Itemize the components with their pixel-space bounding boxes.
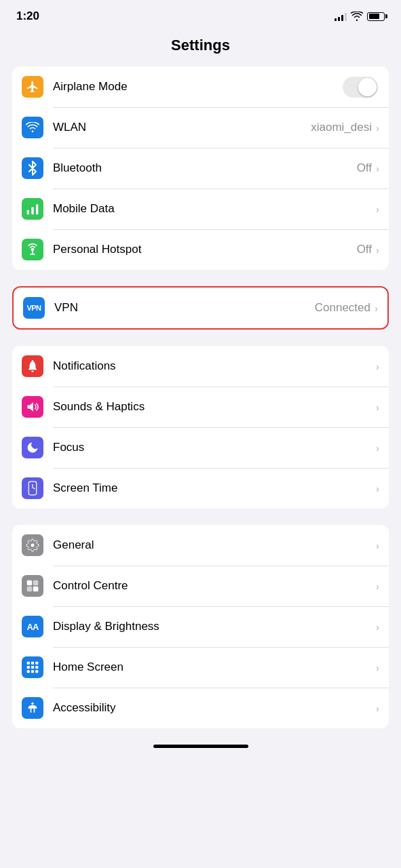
focus-chevron: ›	[376, 442, 379, 454]
wlan-icon	[22, 117, 43, 138]
accessibility-icon	[22, 697, 43, 719]
svg-rect-11	[33, 587, 39, 592]
notifications-row[interactable]: Notifications ›	[12, 346, 389, 387]
svg-rect-13	[31, 662, 34, 665]
notifications-chevron: ›	[376, 361, 379, 372]
signal-icon	[335, 12, 347, 21]
vpn-icon: VPN	[23, 297, 45, 319]
bluetooth-icon	[22, 157, 43, 179]
svg-rect-1	[31, 208, 33, 215]
svg-rect-17	[35, 666, 38, 669]
wlan-value: xiaomi_desi	[311, 121, 372, 134]
wlan-label: WLAN	[53, 121, 311, 134]
svg-point-4	[32, 360, 33, 361]
general-group: General › Control Centre › AA Display & …	[12, 525, 389, 728]
svg-rect-10	[27, 587, 33, 592]
wifi-icon	[351, 12, 363, 21]
svg-rect-2	[36, 204, 38, 214]
home-screen-label: Home Screen	[53, 660, 376, 674]
bluetooth-label: Bluetooth	[53, 161, 357, 175]
display-brightness-chevron: ›	[376, 621, 379, 633]
general-chevron: ›	[376, 540, 379, 551]
mobile-data-chevron: ›	[376, 203, 379, 215]
svg-rect-15	[27, 666, 30, 669]
personal-hotspot-row[interactable]: Personal Hotspot Off ›	[12, 229, 389, 270]
mobile-data-label: Mobile Data	[53, 202, 376, 216]
display-brightness-row[interactable]: AA Display & Brightness ›	[12, 606, 389, 647]
personal-hotspot-label: Personal Hotspot	[53, 243, 357, 256]
screen-time-row[interactable]: Screen Time ›	[12, 468, 389, 509]
control-centre-label: Control Centre	[53, 579, 376, 593]
svg-point-7	[31, 544, 35, 547]
home-screen-row[interactable]: Home Screen ›	[12, 647, 389, 688]
sounds-haptics-chevron: ›	[376, 401, 379, 413]
wlan-chevron: ›	[376, 122, 379, 134]
airplane-mode-toggle[interactable]	[343, 77, 378, 98]
svg-rect-14	[35, 662, 38, 665]
control-centre-row[interactable]: Control Centre ›	[12, 566, 389, 606]
sounds-haptics-label: Sounds & Haptics	[53, 400, 376, 414]
focus-icon	[22, 437, 43, 458]
screen-time-label: Screen Time	[53, 481, 376, 495]
page-title: Settings	[0, 28, 401, 66]
display-brightness-icon: AA	[22, 616, 43, 637]
toggle-knob	[358, 78, 377, 96]
vpn-highlighted-wrapper: VPN VPN Connected ›	[12, 286, 389, 330]
screen-time-chevron: ›	[376, 483, 379, 494]
focus-label: Focus	[53, 441, 376, 454]
screen-time-icon	[22, 477, 43, 499]
svg-rect-18	[27, 670, 30, 673]
home-indicator	[153, 745, 248, 748]
svg-rect-0	[27, 210, 29, 215]
svg-rect-16	[31, 666, 34, 669]
vpn-row[interactable]: VPN VPN Connected ›	[14, 288, 387, 328]
focus-row[interactable]: Focus ›	[12, 427, 389, 468]
bluetooth-row[interactable]: Bluetooth Off ›	[12, 148, 389, 189]
personal-hotspot-icon	[22, 239, 43, 260]
home-screen-chevron: ›	[376, 662, 379, 673]
general-label: General	[53, 538, 376, 552]
svg-rect-9	[33, 580, 39, 586]
sounds-haptics-row[interactable]: Sounds & Haptics ›	[12, 387, 389, 427]
airplane-mode-icon	[22, 76, 43, 98]
status-time: 1:20	[16, 9, 39, 23]
svg-marker-5	[28, 402, 33, 411]
home-screen-icon	[22, 656, 43, 678]
airplane-mode-label: Airplane Mode	[53, 80, 343, 94]
mobile-data-row[interactable]: Mobile Data ›	[12, 189, 389, 229]
svg-rect-12	[27, 662, 30, 665]
mobile-data-icon	[22, 198, 43, 220]
airplane-mode-row[interactable]: Airplane Mode	[12, 66, 389, 107]
connectivity-group: Airplane Mode WLAN xiaomi_desi › Bluetoo…	[12, 66, 389, 270]
wlan-row[interactable]: WLAN xiaomi_desi ›	[12, 107, 389, 148]
status-icons	[335, 12, 385, 21]
svg-rect-8	[27, 580, 33, 586]
display-brightness-label: Display & Brightness	[53, 620, 376, 633]
vpn-chevron: ›	[375, 302, 378, 314]
control-centre-chevron: ›	[376, 580, 379, 592]
battery-icon	[367, 12, 385, 21]
sounds-haptics-icon	[22, 396, 43, 418]
svg-rect-20	[35, 670, 38, 673]
vpn-value: Connected	[315, 301, 370, 315]
general-row[interactable]: General ›	[12, 525, 389, 566]
notifications-icon	[22, 355, 43, 377]
svg-point-21	[31, 703, 33, 705]
bluetooth-value: Off	[357, 161, 372, 175]
status-bar: 1:20	[0, 0, 401, 28]
notifications-group: Notifications › Sounds & Haptics › Focus…	[12, 346, 389, 509]
control-centre-icon	[22, 575, 43, 597]
bluetooth-chevron: ›	[376, 163, 379, 174]
accessibility-label: Accessibility	[53, 701, 376, 715]
vpn-label: VPN	[54, 301, 315, 315]
svg-rect-19	[31, 670, 34, 673]
personal-hotspot-value: Off	[357, 243, 372, 256]
general-icon	[22, 534, 43, 556]
accessibility-chevron: ›	[376, 703, 379, 714]
svg-rect-6	[28, 481, 36, 495]
notifications-label: Notifications	[53, 359, 376, 373]
accessibility-row[interactable]: Accessibility ›	[12, 688, 389, 728]
personal-hotspot-chevron: ›	[376, 244, 379, 256]
